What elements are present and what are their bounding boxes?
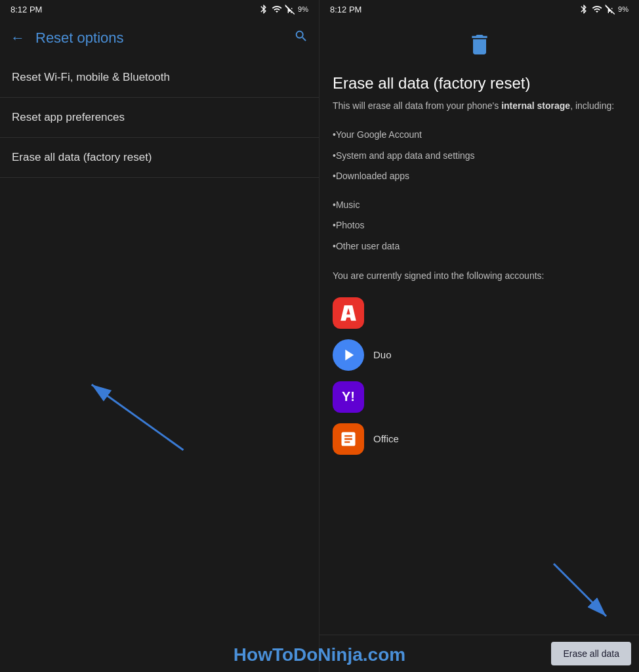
account-row-adobe [333, 292, 626, 334]
desc-end: , including: [570, 100, 614, 111]
menu-item-wifi[interactable]: Reset Wi-Fi, mobile & Bluetooth [0, 58, 319, 98]
right-bluetooth-icon [579, 4, 589, 14]
yahoo-icon: Y! [333, 381, 364, 413]
duo-label: Duo [373, 349, 392, 360]
data-item-3: •Music [333, 195, 626, 216]
account-row-office: Office [333, 418, 626, 460]
office-icon [333, 423, 364, 455]
menu-list: Reset Wi-Fi, mobile & Bluetooth Reset ap… [0, 58, 319, 672]
factory-reset-description: This will erase all data from your phone… [333, 99, 626, 113]
trash-icon [466, 32, 493, 64]
right-status-time: 8:12 PM [330, 5, 361, 14]
right-content: Erase all data (factory reset) This will… [320, 18, 639, 672]
data-item-4: •Photos [333, 215, 626, 236]
bottom-bar: Erase all data [320, 635, 639, 672]
right-battery-text: 9% [618, 5, 629, 13]
desc-bold: internal storage [501, 100, 570, 111]
menu-item-factory-reset[interactable]: Erase all data (factory reset) [0, 138, 319, 178]
right-wifi-icon [592, 4, 602, 14]
desc-plain: This will erase all data from your phone… [333, 100, 501, 111]
data-item-0: •Your Google Account [333, 125, 626, 146]
account-row-yahoo: Y! [333, 376, 626, 418]
bluetooth-icon [258, 4, 269, 14]
erase-all-data-button[interactable]: Erase all data [551, 642, 631, 665]
left-header: ← Reset options [0, 18, 319, 58]
search-button[interactable] [294, 29, 308, 47]
search-icon [294, 29, 308, 43]
left-status-time: 8:12 PM [10, 5, 42, 14]
left-status-bar: 8:12 PM 9% [0, 0, 319, 18]
adobe-icon [333, 297, 364, 329]
right-panel: 8:12 PM 9% Erase all data (factory reset… [320, 0, 639, 672]
battery-text: 9% [298, 5, 308, 13]
factory-reset-title: Erase all data (factory reset) [333, 74, 626, 93]
data-item-5: •Other user data [333, 236, 626, 257]
data-item-1: •System and app data and settings [333, 146, 626, 167]
data-item-2: •Downloaded apps [333, 166, 626, 187]
svg-line-1 [92, 385, 184, 450]
right-signal-icon [605, 4, 615, 14]
signed-in-text: You are currently signed into the follow… [333, 269, 626, 283]
data-items-list: •Your Google Account •System and app dat… [333, 125, 626, 257]
back-button[interactable]: ← [10, 30, 25, 47]
right-status-icons: 9% [579, 4, 629, 14]
trash-icon-container [333, 32, 626, 64]
left-panel: 8:12 PM 9% ← Reset options Reset Wi-Fi, … [0, 0, 320, 672]
wifi-icon [272, 4, 282, 14]
signal-icon [285, 4, 295, 14]
duo-icon [333, 339, 364, 371]
office-label: Office [373, 433, 399, 444]
page-title: Reset options [35, 30, 294, 47]
right-status-bar: 8:12 PM 9% [320, 0, 639, 18]
left-status-icons: 9% [258, 4, 308, 14]
account-row-duo: Duo [333, 334, 626, 376]
menu-item-app-prefs[interactable]: Reset app preferences [0, 98, 319, 138]
